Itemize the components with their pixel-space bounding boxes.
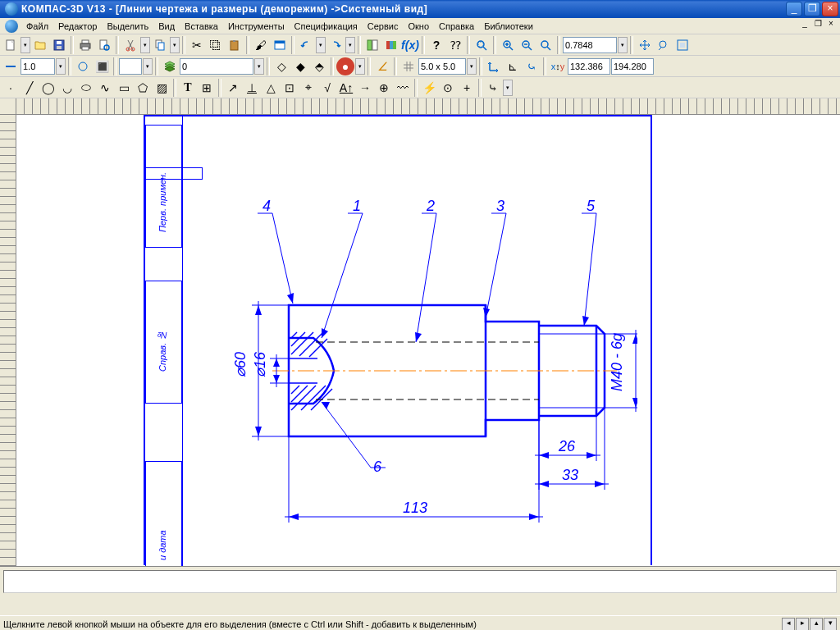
minimize-button[interactable]: _ bbox=[786, 2, 802, 16]
library-button[interactable] bbox=[382, 36, 400, 54]
tolerance-button[interactable]: ⊡ bbox=[281, 79, 299, 97]
manager-button[interactable] bbox=[363, 36, 381, 54]
ortho-button[interactable]: ∠ bbox=[373, 57, 391, 75]
rough-button[interactable]: √ bbox=[318, 79, 336, 97]
zoom-dropdown[interactable]: ▾ bbox=[618, 37, 628, 53]
ucs-button[interactable] bbox=[485, 57, 503, 75]
menu-select[interactable]: Выделить bbox=[102, 20, 153, 33]
cut-button[interactable] bbox=[121, 36, 139, 54]
line-button[interactable]: ╱ bbox=[21, 79, 39, 97]
menu-view[interactable]: Вид bbox=[153, 20, 180, 33]
whatsthis-button[interactable]: ⁇ bbox=[446, 36, 464, 54]
zoom-out-button[interactable] bbox=[518, 36, 536, 54]
arc-button[interactable]: ◡ bbox=[58, 79, 76, 97]
menu-tools[interactable]: Инструменты bbox=[223, 20, 290, 33]
spline-button[interactable]: ∿ bbox=[96, 79, 114, 97]
pan-button[interactable] bbox=[636, 36, 654, 54]
preview-button[interactable] bbox=[95, 36, 113, 54]
properties-button[interactable] bbox=[271, 36, 289, 54]
grid-button[interactable] bbox=[399, 57, 418, 75]
scroll-right-button[interactable]: ▸ bbox=[796, 618, 809, 631]
axis-button[interactable]: ⊙ bbox=[439, 79, 457, 97]
zoom-window-button[interactable] bbox=[472, 36, 491, 54]
coord-y-input[interactable] bbox=[611, 58, 654, 75]
undo-dropdown[interactable]: ▾ bbox=[316, 37, 326, 53]
centerline-button[interactable]: + bbox=[458, 79, 476, 97]
point-button[interactable]: · bbox=[2, 79, 20, 97]
property-input[interactable] bbox=[3, 570, 837, 593]
line-width-input[interactable] bbox=[21, 58, 55, 75]
redo-dropdown[interactable]: ▾ bbox=[345, 37, 355, 53]
variables-button[interactable]: f(x) bbox=[401, 36, 419, 54]
line-width-dropdown[interactable]: ▾ bbox=[56, 58, 66, 75]
redo-button[interactable] bbox=[326, 36, 345, 54]
round-button[interactable]: ⤿ bbox=[523, 57, 541, 75]
layer-visibility-button[interactable] bbox=[74, 57, 92, 75]
menu-libraries[interactable]: Библиотеки bbox=[479, 20, 538, 33]
arrow-button[interactable]: → bbox=[356, 79, 374, 97]
ellipse-button[interactable]: ⬭ bbox=[77, 79, 95, 97]
table-button[interactable]: ⊞ bbox=[198, 79, 216, 97]
menu-window[interactable]: Окно bbox=[403, 20, 434, 33]
open-button[interactable] bbox=[31, 36, 49, 54]
menu-spec[interactable]: Спецификация bbox=[290, 20, 363, 33]
menu-help[interactable]: Справка bbox=[434, 20, 479, 33]
layer-num-input[interactable] bbox=[119, 58, 142, 75]
layer-color-button[interactable]: 🔳 bbox=[93, 57, 111, 75]
snap-center-button[interactable]: ● bbox=[336, 57, 354, 75]
ruler-horizontal[interactable] bbox=[16, 98, 840, 115]
center-button[interactable]: ⊕ bbox=[375, 79, 393, 97]
scroll-up-button[interactable]: ▴ bbox=[810, 618, 823, 631]
maximize-button[interactable]: ❐ bbox=[804, 2, 820, 16]
close-button[interactable]: × bbox=[822, 2, 838, 16]
snap-button[interactable]: ◇ bbox=[272, 57, 290, 75]
ruler-vertical[interactable] bbox=[0, 115, 16, 566]
help-button[interactable]: ? bbox=[427, 36, 445, 54]
grid-dropdown[interactable]: ▾ bbox=[467, 58, 477, 75]
copy-button[interactable] bbox=[151, 36, 169, 54]
print-button[interactable] bbox=[76, 36, 94, 54]
scroll-down-button[interactable]: ▾ bbox=[824, 618, 837, 631]
layer-num-dropdown[interactable]: ▾ bbox=[143, 58, 153, 75]
save-button[interactable] bbox=[50, 36, 68, 54]
leader-button[interactable]: ↗ bbox=[224, 79, 242, 97]
baseline-button[interactable]: ⊥ bbox=[243, 79, 261, 97]
snap-dropdown[interactable]: ▾ bbox=[355, 58, 365, 75]
new-dropdown[interactable]: ▾ bbox=[21, 37, 30, 53]
zoom-all-button[interactable] bbox=[673, 36, 692, 54]
paste-button[interactable] bbox=[226, 36, 244, 54]
datum-button[interactable]: △ bbox=[262, 79, 280, 97]
line-style-button[interactable] bbox=[2, 57, 20, 75]
mark-button[interactable]: ⌖ bbox=[299, 79, 317, 97]
menu-file[interactable]: Файл bbox=[21, 20, 53, 33]
snap-mid-button[interactable]: ⬘ bbox=[310, 57, 328, 75]
continue-dropdown[interactable]: ▾ bbox=[503, 80, 513, 96]
hatch-button[interactable]: ▨ bbox=[153, 79, 171, 97]
text-button[interactable]: T bbox=[179, 79, 197, 97]
layer-dropdown[interactable]: ▾ bbox=[254, 58, 264, 75]
mdi-minimize-button[interactable]: _ bbox=[799, 19, 810, 30]
cut2-button[interactable]: ✂ bbox=[188, 36, 206, 54]
zoom-prev-button[interactable] bbox=[655, 36, 673, 54]
menu-service[interactable]: Сервис bbox=[363, 20, 404, 33]
cut-dropdown[interactable]: ▾ bbox=[140, 37, 150, 53]
format-paint-button[interactable]: 🖌 bbox=[252, 36, 270, 54]
undo-button[interactable] bbox=[297, 36, 315, 54]
zoom-in-button[interactable] bbox=[499, 36, 517, 54]
mdi-restore-button[interactable]: ❐ bbox=[812, 19, 824, 30]
continue-button[interactable]: ⤷ bbox=[484, 79, 502, 97]
zoom-input[interactable] bbox=[563, 37, 617, 53]
coord-x-input[interactable] bbox=[568, 58, 610, 75]
circle-button[interactable]: ◯ bbox=[39, 79, 57, 97]
copy2-button[interactable]: ⿻ bbox=[207, 36, 225, 54]
new-button[interactable] bbox=[2, 36, 20, 54]
polygon-button[interactable]: ⬠ bbox=[134, 79, 152, 97]
layermanager-button[interactable] bbox=[161, 57, 179, 75]
menu-insert[interactable]: Вставка bbox=[180, 20, 223, 33]
copy-dropdown[interactable]: ▾ bbox=[170, 37, 180, 53]
ucs2-button[interactable]: ⊾ bbox=[504, 57, 522, 75]
scroll-left-button[interactable]: ◂ bbox=[782, 618, 795, 631]
snap-end-button[interactable]: ◆ bbox=[291, 57, 309, 75]
break-button[interactable]: ⚡ bbox=[420, 79, 438, 97]
xy-button[interactable]: x↕y bbox=[549, 57, 567, 75]
